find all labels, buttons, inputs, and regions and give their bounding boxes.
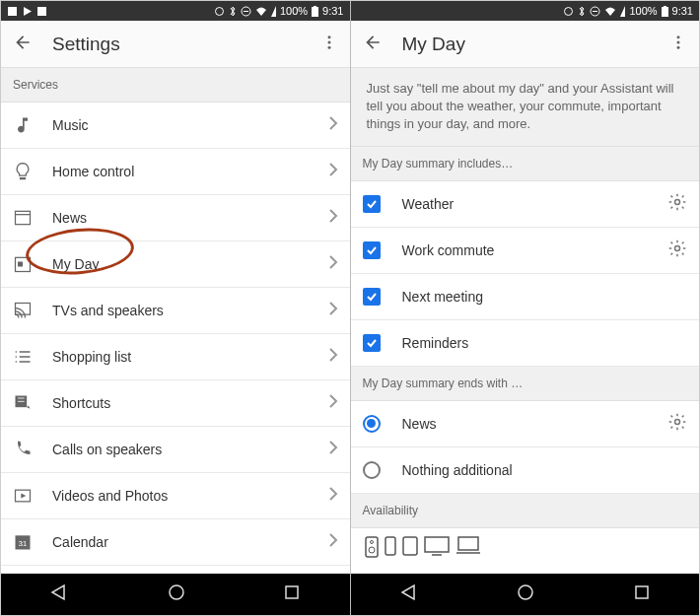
nav-back-button[interactable]: [49, 582, 69, 606]
ends-header: My Day summary ends with …: [351, 367, 700, 401]
settings-item-videos-photos[interactable]: Videos and Photos: [1, 473, 350, 519]
svg-point-11: [327, 45, 330, 48]
lightbulb-icon: [13, 162, 52, 181]
svg-rect-54: [636, 586, 648, 598]
settings-list: Music Home control News My Day TVs and s: [1, 103, 350, 574]
svg-point-44: [369, 547, 375, 553]
chevron-right-icon: [328, 533, 338, 551]
settings-item-tvs-speakers[interactable]: TVs and speakers: [1, 288, 350, 334]
chevron-right-icon: [328, 255, 338, 273]
nav-home-button[interactable]: [167, 582, 186, 606]
svg-rect-35: [662, 7, 668, 17]
battery-icon: [662, 6, 668, 17]
check-label: Reminders: [402, 335, 688, 351]
gear-button[interactable]: [667, 192, 687, 216]
chevron-right-icon: [328, 116, 338, 134]
item-label: News: [52, 210, 328, 226]
item-label: Shopping list: [52, 349, 328, 365]
svg-marker-1: [24, 7, 32, 16]
shortcuts-icon: [13, 393, 52, 413]
back-button[interactable]: [363, 33, 383, 56]
check-next-meeting[interactable]: Next meeting: [351, 274, 700, 320]
radio-nothing[interactable]: Nothing additional: [351, 447, 700, 494]
square-recent-icon: [633, 583, 651, 601]
nav-bar: [1, 574, 350, 615]
status-bar: 100% 9:31: [1, 1, 350, 21]
gear-button[interactable]: [667, 239, 687, 262]
svg-rect-15: [18, 262, 23, 267]
app-bar: Settings: [1, 21, 350, 68]
settings-item-shortcuts[interactable]: Shortcuts: [1, 380, 350, 427]
nav-recent-button[interactable]: [283, 583, 301, 605]
battery-pct: 100%: [629, 5, 657, 17]
svg-point-20: [16, 351, 18, 353]
speaker-icon: [365, 536, 379, 558]
svg-point-41: [675, 245, 680, 250]
check-weather[interactable]: Weather: [351, 181, 700, 228]
gear-icon: [667, 192, 687, 212]
tablet-icon: [402, 536, 418, 556]
check-label: Weather: [402, 196, 661, 212]
more-button[interactable]: [669, 34, 687, 55]
svg-marker-6: [271, 6, 276, 17]
chevron-right-icon: [328, 487, 338, 505]
item-label: Music: [52, 117, 328, 133]
settings-item-home-control[interactable]: Home control: [1, 149, 350, 195]
more-button[interactable]: [320, 34, 338, 55]
chevron-right-icon: [328, 441, 338, 458]
settings-item-calls-speakers[interactable]: Calls on speakers: [1, 427, 350, 473]
play-icon: [22, 6, 33, 17]
svg-point-45: [370, 540, 373, 543]
gear-button[interactable]: [667, 412, 687, 436]
radio-icon: [363, 415, 381, 433]
square-recent-icon: [283, 583, 301, 601]
battery-icon: [312, 6, 318, 17]
settings-item-music[interactable]: Music: [1, 103, 350, 149]
myday-list: Weather Work commute Next meeting Remind…: [351, 181, 700, 367]
svg-rect-47: [403, 537, 417, 555]
svg-point-31: [565, 7, 573, 15]
check-label: Next meeting: [402, 289, 688, 305]
wifi-icon: [255, 6, 267, 17]
nav-back-button[interactable]: [399, 582, 419, 606]
availability-devices: [351, 528, 700, 566]
phone-my-day: 100% 9:31 My Day Just say "tell me about…: [350, 1, 700, 615]
check-reminders[interactable]: Reminders: [351, 320, 700, 367]
back-arrow-icon: [13, 33, 33, 52]
radio-label: Nothing additional: [402, 462, 688, 478]
settings-item-shopping-list[interactable]: Shopping list: [1, 334, 350, 380]
gear-icon: [667, 239, 687, 258]
nav-recent-button[interactable]: [633, 583, 651, 605]
svg-point-21: [16, 356, 18, 358]
settings-item-my-day[interactable]: My Day: [1, 241, 350, 288]
checkbox-icon: [363, 241, 381, 259]
chevron-right-icon: [328, 394, 338, 412]
battery-pct: 100%: [280, 5, 308, 17]
back-arrow-icon: [363, 33, 383, 52]
signal-icon: [620, 6, 625, 17]
services-header: Services: [1, 68, 350, 103]
nav-home-button[interactable]: [516, 582, 535, 606]
svg-rect-8: [314, 6, 316, 7]
refresh-icon: [563, 6, 574, 17]
chevron-right-icon: [328, 209, 338, 227]
signal-icon: [271, 6, 276, 17]
news-icon: [13, 208, 52, 228]
item-label: Calendar: [52, 534, 328, 550]
check-work-commute[interactable]: Work commute: [351, 228, 700, 274]
status-bar: 100% 9:31: [351, 1, 700, 21]
radio-news[interactable]: News: [351, 401, 700, 447]
radio-icon: [363, 461, 381, 479]
settings-item-calendar[interactable]: 31 Calendar: [1, 519, 350, 566]
svg-point-3: [215, 7, 223, 15]
back-button[interactable]: [13, 33, 33, 56]
ends-list: News Nothing additional: [351, 401, 700, 494]
item-label: Calls on speakers: [52, 442, 328, 457]
svg-rect-12: [16, 211, 31, 224]
calendar-icon: 31: [13, 532, 52, 552]
svg-marker-52: [402, 585, 414, 599]
today-icon: [13, 254, 52, 274]
more-vert-icon: [320, 34, 338, 51]
circle-home-icon: [516, 582, 535, 602]
settings-item-news[interactable]: News: [1, 195, 350, 241]
